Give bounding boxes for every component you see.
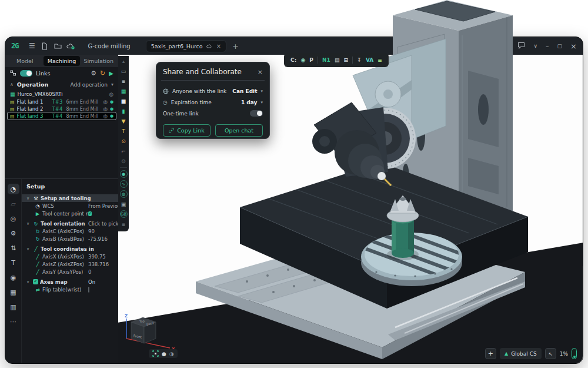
more-icon[interactable]: ⋯ (8, 316, 19, 327)
stock-sim-icon[interactable]: ◍ (120, 190, 128, 198)
setup-row-tcp[interactable]: ▶ Tool center point m ✓ (26, 210, 115, 217)
setup-group-orientation[interactable]: ∨↻ Tool orientation Click to pick (26, 220, 115, 227)
setup-row-fliptable[interactable]: ⇄ Flip table(wrist) (26, 286, 115, 293)
select-mode-icon[interactable] (152, 350, 159, 357)
expiration-value[interactable]: 1 day (241, 100, 258, 105)
cloud-sync-icon[interactable] (64, 41, 77, 51)
show-machine-icon[interactable]: ▭ (119, 67, 128, 75)
gesture-icon[interactable]: ↖ (545, 348, 556, 359)
last-icon[interactable]: ▪ (119, 220, 128, 228)
new-tab-button[interactable]: + (232, 42, 239, 51)
collapse-icon[interactable]: ∧ (10, 82, 14, 87)
tool-axes-icon[interactable]: ⇅ (8, 243, 19, 253)
wcs-icon[interactable]: ◔ (8, 184, 19, 194)
flip-table-checkbox[interactable] (88, 287, 89, 293)
setup-row-value[interactable]: 338.716 (88, 261, 109, 267)
toolpath-points-icon[interactable]: ● (120, 170, 128, 178)
setup-group-coordinates[interactable]: ∨╱ Tool coordinates in (26, 245, 115, 253)
tcp-checkbox[interactable]: ✓ (88, 211, 92, 216)
show-tool-icon[interactable]: ▮ (119, 107, 128, 115)
gear-icon[interactable]: ⚙ (8, 228, 19, 238)
show-stock-icon[interactable]: ▦ (119, 87, 128, 95)
nc-line-icon[interactable]: N1 (322, 57, 330, 63)
collapse-icon[interactable]: ▴ (119, 57, 128, 65)
add-operation-caret[interactable]: ▾ (111, 82, 113, 87)
document-icon[interactable]: ▤ (335, 57, 340, 63)
tab-model[interactable]: Model (6, 56, 44, 66)
wireframe-view-icon[interactable]: ◑ (169, 351, 174, 357)
close-button[interactable]: × (570, 42, 577, 51)
setup-row-value[interactable]: On (88, 279, 95, 285)
links-toggle[interactable] (20, 70, 32, 77)
restore-button[interactable]: ▢ (557, 43, 563, 49)
show-part-icon[interactable]: ■ (119, 97, 128, 105)
open-chat-button[interactable]: Open chat (215, 124, 263, 137)
one-time-toggle[interactable] (250, 110, 263, 117)
clamp-icon[interactable]: ⌐ (119, 147, 128, 155)
chevron-down-icon[interactable]: ∨ (533, 43, 537, 49)
chat-icon[interactable] (517, 42, 525, 51)
fixture-icon[interactable]: ▥ (8, 301, 19, 312)
add-operation-button[interactable]: Add operation (70, 82, 108, 88)
open-folder-icon[interactable] (51, 41, 64, 51)
show-spindle-icon[interactable]: ▪ (119, 77, 128, 85)
tab-close-icon[interactable]: × (216, 43, 221, 49)
op-target-icon[interactable]: ◎ (103, 113, 107, 119)
setup-row-value[interactable]: 390.75 (88, 254, 106, 260)
setup-row-wcs[interactable]: ◔ WCS From Previous (26, 202, 115, 210)
setup-row-axisy[interactable]: ╱ AxisY (AxisYPos) 0 (26, 268, 115, 276)
tab-machining[interactable]: Machining (44, 56, 81, 66)
permission-value[interactable]: Can Edit (232, 88, 257, 94)
menu-icon[interactable]: ☰ (25, 41, 38, 51)
shaded-view-icon[interactable]: ● (162, 351, 166, 357)
add-cs-button[interactable]: + (485, 348, 496, 359)
setup-row-value[interactable]: Click to pick (88, 221, 119, 227)
minimize-button[interactable]: – (546, 42, 549, 50)
setup-row-value[interactable]: 0 (88, 269, 91, 275)
probe-icon[interactable]: ◉ (300, 57, 305, 63)
copy-link-button[interactable]: Copy Link (163, 124, 211, 137)
tool-tip-icon[interactable]: ▼ (119, 117, 128, 125)
post-icon[interactable]: P (309, 57, 313, 63)
setup-row-axisx[interactable]: ╱ AxisX (AxisXPos) 390.75 (26, 253, 115, 260)
stock-icon[interactable]: ▱ (8, 198, 19, 209)
machine-icon[interactable]: ▦ (8, 287, 19, 297)
setup-row-axisb[interactable]: ↻ AxisB (AxisBPos) -75.916 (26, 235, 115, 243)
regenerate-icon[interactable]: ↻ (100, 69, 105, 77)
fixtures-icon[interactable]: ⊞ (344, 57, 349, 63)
dialog-close-icon[interactable]: × (258, 68, 263, 76)
chevron-down-icon[interactable]: ▾ (260, 89, 263, 94)
verify-icon[interactable]: VA (366, 57, 373, 63)
new-file-icon[interactable] (38, 41, 51, 51)
run-simulation-icon[interactable]: ▶ (109, 70, 113, 77)
tree-machine-row[interactable]: ▦ Hurco_VMX60SRTi ◎ (8, 90, 116, 98)
settings-gear-icon[interactable]: ⚙ (91, 69, 96, 77)
tree-op-row[interactable]: ▤ Flat land 2 T#4 8mm End Mill ◎ ● (8, 105, 116, 112)
tool-icon[interactable]: T (8, 257, 19, 268)
chevron-down-icon[interactable]: ▾ (260, 100, 263, 105)
gauge-icon[interactable]: ◉ (8, 272, 19, 283)
holder-icon[interactable]: ◎ (8, 213, 19, 224)
tree-op-row[interactable]: ▤ Flat land 1 T#3 6mm End Mill ◎ ● (8, 98, 116, 105)
coordinate-system-selector[interactable]: ▲ Global CS (500, 348, 542, 359)
op-target-icon[interactable]: ◎ (103, 106, 107, 112)
setup-group-tooling[interactable]: ∨⚒ Setup and tooling (22, 194, 118, 202)
view-cube[interactable]: Z X Top Front Back (119, 313, 181, 354)
setup-row-axisc[interactable]: ↻ AxisC (AxisCPos) 90 (26, 227, 115, 235)
machine-target-icon[interactable]: ◎ (109, 91, 113, 97)
layers-icon[interactable]: ≡ (377, 57, 382, 63)
c-axis-icon[interactable]: C: (290, 57, 296, 63)
setup-group-axesmap[interactable]: ∨✓ Axes map On (26, 278, 115, 286)
setup-row-axisz[interactable]: ╱ AxisZ (AxisZPos) 338.716 (26, 260, 115, 268)
file-tab[interactable]: 5axis_part6_Hurco × (146, 40, 226, 52)
compare-icon[interactable]: ▣ (119, 200, 128, 208)
gb-icon[interactable]: GB (120, 210, 128, 218)
toolpath-wave-icon[interactable]: ∿ (120, 180, 128, 188)
setup-row-value[interactable]: -75.916 (88, 236, 108, 242)
tab-simulation[interactable]: Simulation (80, 56, 117, 66)
export-icon[interactable]: ↧ (357, 57, 362, 63)
tree-op-row-selected[interactable]: ▤ Flat land 3 T#4 8mm End Mill ◎ ● (8, 112, 116, 120)
inspect-icon[interactable]: ⊙ (119, 137, 128, 145)
settings-dim-icon[interactable]: ⚙ (119, 157, 128, 165)
op-target-icon[interactable]: ◎ (103, 99, 107, 105)
